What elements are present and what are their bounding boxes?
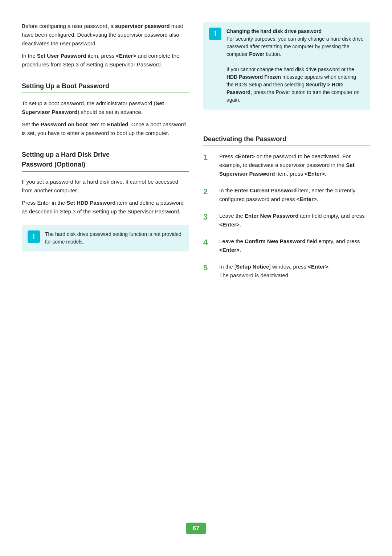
section-boot-password-divider (22, 93, 189, 93)
section-hdd-password: Setting up a Hard Disk DrivePassword (Op… (22, 141, 189, 220)
page-number: 67 (186, 523, 206, 534)
step-3-number: 3 (203, 212, 213, 223)
page: Before configuring a user password, a su… (0, 0, 392, 556)
change-hdd-notice-content: Changing the hard disk drive password Fo… (226, 28, 364, 104)
step-5-number: 5 (203, 262, 213, 274)
change-hdd-notice-title: Changing the hard disk drive password (226, 28, 322, 34)
deactivate-steps-list: 1 Press <Enter> on the password to be de… (203, 152, 370, 280)
section-hdd-password-divider (22, 171, 189, 172)
hdd-notice-text: The hard disk drive password setting fun… (45, 230, 183, 246)
left-column: Before configuring a user password, a su… (22, 22, 189, 512)
section-deactivate-password: Deactivating the Password 1 Press <Enter… (203, 126, 370, 288)
intro-para-2: In the Set User Password item, press <En… (22, 52, 189, 69)
step-1-number: 1 (203, 152, 213, 163)
right-column: ! Changing the hard disk drive password … (203, 22, 370, 512)
step-4-text: Leave the Confirm New Password field emp… (219, 237, 370, 254)
user-password-intro: Before configuring a user password, a su… (22, 22, 189, 73)
boot-password-para-1: To setup a boot password, the administra… (22, 99, 189, 116)
change-hdd-notice-para-1: For security purposes, you can only chan… (226, 36, 363, 57)
step-1: 1 Press <Enter> on the password to be de… (203, 152, 370, 178)
section-boot-password-heading: Setting Up a Boot Password (22, 81, 189, 91)
section-hdd-password-heading: Setting up a Hard Disk DrivePassword (Op… (22, 150, 189, 169)
step-4: 4 Leave the Confirm New Password field e… (203, 237, 370, 254)
change-hdd-notice-icon: ! (209, 28, 221, 40)
hdd-notice-box: ! The hard disk drive password setting f… (22, 225, 189, 252)
step-4-number: 4 (203, 237, 213, 248)
step-3: 3 Leave the Enter New Password item fiel… (203, 212, 370, 229)
step-5: 5 In the [Setup Notice] window, press <E… (203, 262, 370, 280)
page-number-container: 67 (22, 523, 370, 534)
change-hdd-notice-box: ! Changing the hard disk drive password … (203, 22, 370, 110)
step-2: 2 In the Enter Current Password item, en… (203, 186, 370, 204)
section-deactivate-heading: Deactivating the Password (203, 134, 370, 144)
boot-password-para-2: Set the Password on boot item to Enabled… (22, 120, 189, 138)
step-2-text: In the Enter Current Password item, ente… (219, 186, 370, 204)
step-5-text: In the [Setup Notice] window, press <Ent… (219, 262, 370, 280)
step-3-text: Leave the Enter New Password item field … (219, 212, 370, 229)
hdd-notice-icon: ! (28, 230, 40, 243)
change-hdd-notice-para-2: If you cannot change the hard disk drive… (226, 66, 360, 103)
intro-para-1: Before configuring a user password, a su… (22, 22, 189, 48)
step-1-text: Press <Enter> on the password to be deac… (219, 152, 370, 178)
step-2-number: 2 (203, 186, 213, 197)
section-deactivate-divider (203, 146, 370, 146)
two-column-layout: Before configuring a user password, a su… (22, 22, 370, 512)
section-boot-password: Setting Up a Boot Password To setup a bo… (22, 73, 189, 141)
hdd-password-para-2: Press Enter in the Set HDD Password item… (22, 199, 189, 216)
hdd-password-para-1: If you set a password for a hard disk dr… (22, 177, 189, 195)
